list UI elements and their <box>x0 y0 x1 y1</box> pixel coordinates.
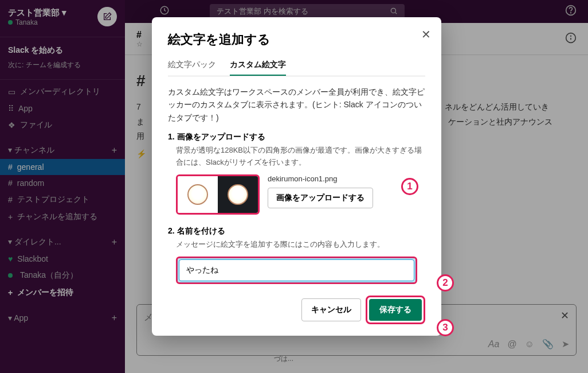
save-button[interactable]: 保存する <box>369 299 422 321</box>
annotation-2: 2 <box>437 274 454 292</box>
close-icon[interactable]: ✕ <box>421 28 431 41</box>
step1-desc: 背景が透明な128KB以下の四角形の画像が最適です。画像が大きすぎる場合には、S… <box>176 145 425 169</box>
emoji-preview <box>176 174 260 215</box>
modal-title: 絵文字を追加する <box>168 31 425 48</box>
uploaded-filename: dekirumon-icon1.png <box>268 174 373 183</box>
tab-custom-emoji[interactable]: カスタム絵文字 <box>230 55 286 76</box>
tab-emoji-pack[interactable]: 絵文字パック <box>168 55 216 76</box>
modal-intro: カスタム絵文字はワークスペースのメンバー全員が利用でき、絵文字ピッカーのカスタム… <box>168 86 425 124</box>
preview-dark <box>218 176 258 213</box>
step1-title: 1. 画像をアップロードする <box>168 132 425 142</box>
cancel-button[interactable]: キャンセル <box>301 298 361 321</box>
annotation-3: 3 <box>437 319 454 336</box>
emoji-name-input[interactable] <box>179 259 414 281</box>
annotation-1: 1 <box>401 178 418 195</box>
preview-light <box>178 176 218 213</box>
step2-desc: メッセージに絵文字を追加する際にはこの内容も入力します。 <box>176 239 425 251</box>
upload-image-button[interactable]: 画像をアップロードする <box>268 188 373 208</box>
step2-title: 2. 名前を付ける <box>168 226 425 236</box>
add-emoji-modal: ✕ 絵文字を追加する 絵文字パック カスタム絵文字 カスタム絵文字はワークスペー… <box>152 17 441 336</box>
